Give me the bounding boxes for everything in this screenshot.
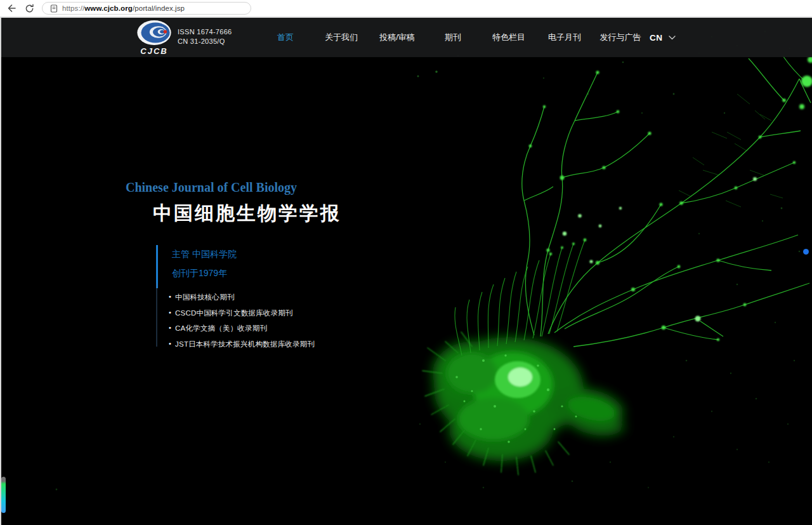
nav-special-columns[interactable]: 特色栏目 — [481, 18, 537, 57]
nav-submission-review[interactable]: 投稿/审稿 — [369, 18, 425, 57]
nav-journal[interactable]: 期刊 — [425, 18, 481, 57]
indexing-item: 中国科技核心期刊 — [169, 293, 315, 302]
site-info-icon[interactable] — [50, 4, 58, 13]
browser-chrome: https://www.cjcb.org/portal/index.jsp — [0, 0, 812, 18]
issn-number: ISSN 1674-7666 — [178, 27, 232, 37]
language-label: CN — [650, 33, 663, 43]
url-scheme: https:// — [62, 4, 84, 12]
accent-line-extension — [156, 283, 157, 347]
journal-title-english: Chinese Journal of Cell Biology — [126, 180, 297, 195]
nav-e-monthly[interactable]: 电子月刊 — [537, 18, 593, 57]
logo-text: CJCB — [135, 46, 173, 56]
main-navigation: 首页 关于我们 投稿/审稿 期刊 特色栏目 电子月刊 发行与广告 — [258, 18, 648, 57]
fluorescent-cell-image — [1, 18, 812, 525]
refresh-button[interactable] — [24, 3, 34, 13]
carousel-indicator-dot[interactable] — [803, 249, 809, 255]
indexing-list: 中国科技核心期刊 CSCD中国科学引文数据库收录期刊 CA化学文摘（美）收录期刊… — [169, 293, 315, 355]
journal-identifiers: ISSN 1674-7666 CN 31-2035/Q — [178, 27, 232, 46]
nav-about[interactable]: 关于我们 — [313, 18, 369, 57]
language-switcher[interactable]: CN — [650, 18, 676, 57]
journal-title-chinese: 中国细胞生物学学报 — [153, 201, 341, 227]
webpage-viewport: CJCB ISSN 1674-7666 CN 31-2035/Q 首页 关于我们… — [0, 18, 812, 525]
arrow-left-icon — [6, 3, 16, 13]
indexing-item: CSCD中国科学引文数据库收录期刊 — [169, 309, 315, 318]
journal-logo[interactable]: CJCB — [135, 20, 173, 56]
cjcb-logo-icon — [136, 20, 172, 46]
nav-distribution-ads[interactable]: 发行与广告 — [593, 18, 648, 57]
url-bar[interactable]: https://www.cjcb.org/portal/index.jsp — [42, 2, 251, 15]
journal-info-block: 主管 中国科学院 创刊于1979年 — [156, 245, 237, 288]
nav-home[interactable]: 首页 — [258, 18, 313, 57]
founded-line: 创刊于1979年 — [172, 268, 237, 279]
chevron-down-icon — [669, 36, 676, 40]
url-text: https://www.cjcb.org/portal/index.jsp — [62, 4, 185, 12]
indexing-item: JST日本科学技术振兴机构数据库收录期刊 — [169, 340, 315, 349]
refresh-icon — [25, 4, 34, 13]
cn-number: CN 31-2035/Q — [178, 37, 232, 46]
site-header: CJCB ISSN 1674-7666 CN 31-2035/Q 首页 关于我们… — [1, 18, 812, 57]
back-button[interactable] — [6, 3, 16, 13]
url-host: www.cjcb.org — [84, 4, 133, 12]
scroll-indicator[interactable] — [1, 477, 6, 513]
url-path: /portal/index.jsp — [133, 4, 185, 12]
indexing-item: CA化学文摘（美）收录期刊 — [169, 324, 315, 333]
supervisor-line: 主管 中国科学院 — [172, 249, 237, 260]
